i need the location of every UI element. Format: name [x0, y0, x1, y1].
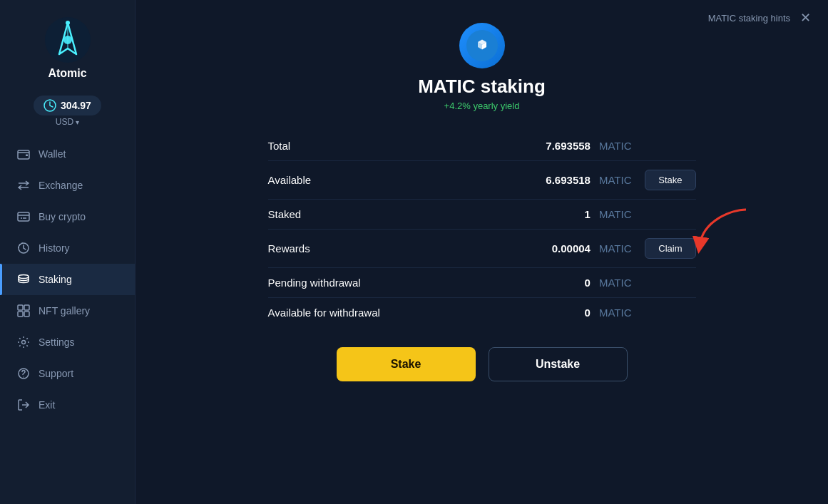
row-action-available: Stake [632, 170, 696, 190]
staking-row-rewards: Rewards 0.00004 MATIC Claim [268, 230, 696, 268]
row-currency-rewards: MATIC [599, 242, 632, 254]
row-label-available-for-withdrawal: Available for withdrawal [268, 307, 425, 319]
row-value-rewards: 0.00004 [425, 242, 596, 254]
sidebar-item-nft-gallery[interactable]: NFT gallery [0, 295, 135, 326]
staking-row-staked: Staked 1 MATIC [268, 200, 696, 230]
balance-pill[interactable]: 304.97 [34, 96, 101, 115]
sidebar-item-wallet-label: Wallet [39, 148, 66, 160]
balance-amount: 304.97 [61, 100, 91, 111]
exchange-icon [17, 179, 30, 192]
wallet-icon [17, 148, 30, 160]
currency-chevron-icon: ▾ [76, 118, 79, 126]
app-container: Atomic 304.97 USD ▾ [0, 0, 828, 504]
atomic-logo-icon [45, 17, 91, 63]
close-button[interactable]: ✕ [800, 11, 811, 24]
staking-row-pending-withdrawal: Pending withdrawal 0 MATIC [268, 268, 696, 298]
svg-rect-6 [18, 212, 29, 221]
staking-title: MATIC staking [418, 76, 546, 98]
unstake-button[interactable]: Unstake [489, 347, 628, 381]
sidebar-item-settings-label: Settings [39, 336, 75, 348]
sidebar-item-exit-label: Exit [39, 399, 55, 411]
svg-rect-12 [24, 312, 29, 317]
sidebar-item-settings[interactable]: Settings [0, 326, 135, 358]
yearly-yield: +4.2% yearly yield [444, 101, 520, 111]
row-value-staked: 1 [425, 208, 596, 220]
hints-label[interactable]: MATIC staking hints [708, 13, 790, 24]
bottom-actions: Stake Unstake [178, 347, 785, 381]
row-value-total: 7.693558 [425, 140, 596, 152]
value-block-available-for-withdrawal: 0 MATIC [425, 307, 632, 319]
sidebar-item-history-label: History [39, 242, 70, 254]
row-action-rewards: Claim [632, 238, 696, 259]
red-arrow-annotation [689, 206, 753, 256]
row-currency-pending-withdrawal: MATIC [599, 277, 632, 289]
staking-row-available-for-withdrawal: Available for withdrawal 0 MATIC [268, 298, 696, 327]
staking-icon [17, 273, 30, 286]
claim-button[interactable]: Claim [645, 238, 695, 259]
row-value-pending-withdrawal: 0 [425, 277, 596, 289]
logo-label: Atomic [48, 67, 86, 80]
nav-list: Wallet Exchange [0, 138, 135, 493]
row-value-available-for-withdrawal: 0 [425, 307, 596, 319]
settings-icon [17, 336, 30, 349]
value-block-pending-withdrawal: 0 MATIC [425, 277, 632, 289]
sidebar: Atomic 304.97 USD ▾ [0, 0, 136, 504]
svg-rect-5 [26, 155, 28, 157]
row-label-available: Available [268, 174, 425, 186]
sidebar-item-exchange-label: Exchange [39, 180, 83, 191]
row-currency-staked: MATIC [599, 208, 632, 220]
sidebar-item-support-label: Support [39, 368, 73, 379]
row-value-available: 6.693518 [425, 174, 596, 186]
nft-gallery-icon [17, 304, 30, 317]
sidebar-item-buy-crypto[interactable]: Buy crypto [0, 201, 135, 232]
svg-point-8 [19, 275, 29, 279]
value-block-total: 7.693558 MATIC [425, 140, 632, 152]
currency-selector[interactable]: USD ▾ [56, 117, 79, 127]
staking-row-total: Total 7.693558 MATIC [268, 131, 696, 161]
sidebar-item-buy-crypto-label: Buy crypto [39, 211, 86, 222]
staking-table: Total 7.693558 MATIC Available 6.693518 … [268, 131, 696, 327]
exit-icon [17, 398, 30, 411]
main-content: MATIC staking hints ✕ MATIC staking +4.2… [136, 0, 828, 504]
row-label-staked: Staked [268, 208, 425, 220]
staking-row-available: Available 6.693518 MATIC Stake [268, 161, 696, 200]
sidebar-item-nft-gallery-label: NFT gallery [39, 305, 90, 317]
stake-button[interactable]: Stake [337, 347, 476, 381]
support-icon [17, 367, 30, 380]
matic-logo-icon [459, 23, 505, 68]
svg-point-1 [63, 36, 72, 44]
sidebar-item-exit[interactable]: Exit [0, 389, 135, 421]
staking-header: MATIC staking +4.2% yearly yield [178, 23, 785, 111]
svg-rect-9 [18, 305, 23, 310]
value-block-rewards: 0.00004 MATIC [425, 242, 632, 254]
value-block-staked: 1 MATIC [425, 208, 632, 220]
sidebar-item-staking-label: Staking [39, 274, 72, 285]
row-currency-total: MATIC [599, 140, 632, 152]
svg-point-13 [22, 341, 26, 344]
value-block-available: 6.693518 MATIC [425, 174, 632, 186]
top-bar: MATIC staking hints ✕ [708, 11, 811, 24]
stake-inline-button[interactable]: Stake [645, 170, 695, 190]
row-currency-available: MATIC [599, 174, 632, 186]
buy-crypto-icon [17, 210, 30, 223]
row-label-total: Total [268, 140, 425, 152]
sidebar-item-exchange[interactable]: Exchange [0, 170, 135, 201]
svg-point-2 [66, 21, 70, 25]
sidebar-item-staking[interactable]: Staking [0, 264, 135, 295]
svg-rect-10 [24, 305, 29, 310]
history-icon [17, 242, 30, 254]
row-currency-available-for-withdrawal: MATIC [599, 307, 632, 319]
svg-point-15 [23, 376, 24, 377]
sidebar-item-wallet[interactable]: Wallet [0, 138, 135, 170]
currency-label: USD [56, 117, 73, 127]
balance-icon [44, 99, 56, 112]
logo-area: Atomic [45, 17, 91, 80]
sidebar-item-support[interactable]: Support [0, 358, 135, 389]
row-label-rewards: Rewards [268, 242, 425, 254]
row-label-pending-withdrawal: Pending withdrawal [268, 277, 425, 289]
svg-rect-11 [18, 312, 23, 317]
sidebar-item-history[interactable]: History [0, 232, 135, 264]
